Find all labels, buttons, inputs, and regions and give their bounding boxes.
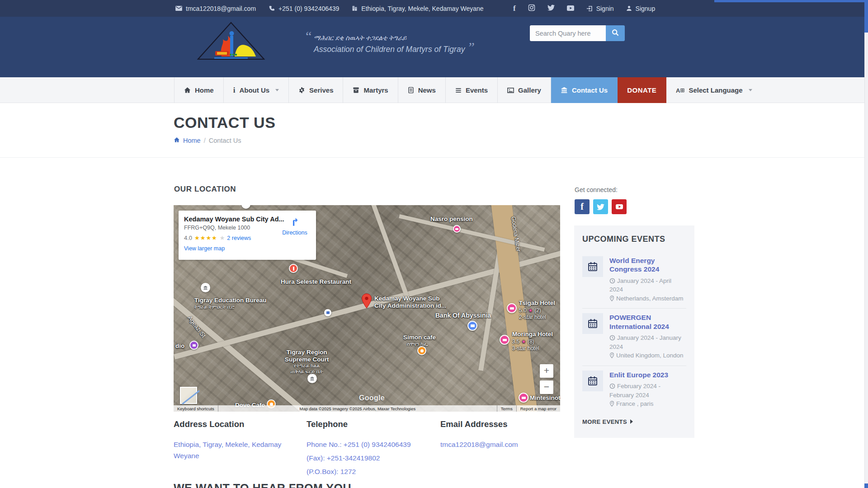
facebook-button[interactable]: f	[575, 199, 590, 214]
topbar-phone[interactable]: +251 (0) 9342406439	[269, 5, 339, 12]
google-logo: Google	[359, 394, 385, 402]
map-zoom-in-button[interactable]: +	[540, 364, 553, 378]
search-button[interactable]	[606, 25, 625, 41]
hotel-poi-icon[interactable]	[500, 335, 509, 345]
scrollbar-bottom[interactable]	[864, 483, 868, 488]
map-label: Tsigab Hotel 5.0 ★ (2) 2-star hotel	[519, 300, 555, 321]
report-error-link[interactable]: Report a map error	[517, 406, 560, 411]
event-location: France , paris	[609, 399, 686, 408]
youtube-button[interactable]	[612, 199, 627, 214]
twitter-icon[interactable]	[547, 5, 555, 13]
breadcrumb-separator: /	[204, 137, 206, 144]
search-icon	[612, 29, 619, 38]
nav-item-home[interactable]: Home	[174, 77, 224, 103]
map-inset-toggle[interactable]	[180, 387, 197, 404]
site-tagline: “ ማሕበር ደቂ ስዉኣት ተጋደልቲ ትግራይ Association of…	[306, 34, 514, 54]
nav-label: Serives	[309, 86, 333, 94]
facebook-icon[interactable]: f	[513, 4, 516, 13]
nav-item-about[interactable]: i About Us	[224, 77, 289, 103]
google-map[interactable]: Nasro pension Godena Mizer Hura Seleste …	[174, 205, 560, 412]
topbar: tmca122018@gmail.com +251 (0) 9342406439…	[0, 0, 868, 17]
scrollbar-thumb[interactable]	[864, 0, 868, 33]
lodging-poi-icon[interactable]	[189, 341, 198, 350]
phone-number[interactable]: Phone No.: +251 (0) 9342406439	[307, 439, 440, 450]
nav-label: Martyrs	[363, 86, 388, 94]
address-text[interactable]: Ethiopia, Tigray, Mekele, Kedamay Weyane	[174, 439, 287, 462]
email-address[interactable]: tmca122018@gmail.com	[440, 439, 694, 450]
government-poi-icon[interactable]	[307, 374, 317, 383]
terms-link[interactable]: Terms	[497, 406, 516, 411]
reviews-link[interactable]: 2 reviews	[227, 235, 251, 241]
nav-item-martyrs[interactable]: Martyrs	[343, 77, 398, 103]
event-item[interactable]: World Energy Congress 2024 January 2024 …	[582, 252, 686, 308]
map-zoom-out-button[interactable]: −	[540, 380, 553, 394]
breadcrumb-home[interactable]: Home	[183, 137, 201, 144]
restaurant-poi-icon[interactable]	[289, 264, 298, 273]
event-location: United Kingdom, London	[609, 351, 686, 360]
address-column: Address Location Ethiopia, Tigray, Mekel…	[174, 419, 307, 479]
map-label: Kedamay Woyane SubCity Addministration i…	[374, 295, 446, 309]
fax-number: (Fax): +251-342419802	[307, 453, 440, 464]
building-icon	[352, 5, 358, 11]
topbar-location-text: Ethiopia, Tigray, Mekele, Kedamay Weyane	[361, 5, 483, 12]
nav-item-serives[interactable]: Serives	[289, 77, 343, 103]
event-title[interactable]: Enlit Europe 2023	[609, 371, 686, 379]
page: tmca122018@gmail.com +251 (0) 9342406439…	[0, 0, 868, 488]
calendar-icon	[582, 371, 603, 391]
email-column: Email Addresses tmca122018@gmail.com	[440, 419, 694, 479]
pension-poi-icon[interactable]	[453, 225, 461, 233]
donate-label: DONATE	[627, 86, 656, 94]
map-label: Moringa Hotel 3.5 ★ (8) 3-star hotel	[512, 331, 553, 352]
directions-button[interactable]: Directions	[278, 216, 311, 236]
star-icon-empty: ★	[220, 235, 225, 241]
event-date: February 2024 - February 2024	[609, 382, 686, 399]
poi-icon[interactable]	[241, 205, 250, 209]
event-date: January 2024 - April 2024	[609, 277, 686, 294]
nav-item-language[interactable]: A Select Language	[666, 77, 761, 103]
site-logo[interactable]	[194, 19, 268, 65]
map-label: dio	[175, 343, 184, 350]
view-larger-map-link[interactable]: View larger map	[184, 245, 311, 252]
cafe-poi-icon[interactable]	[417, 346, 426, 355]
top-progress-strip	[714, 0, 864, 2]
bank-poi-icon[interactable]	[467, 321, 477, 331]
title-band	[0, 103, 868, 158]
instagram-icon[interactable]	[528, 4, 535, 13]
youtube-icon[interactable]	[567, 5, 574, 13]
po-box: (P.O.Box): 1272	[307, 466, 440, 478]
nav-item-events[interactable]: Events	[446, 77, 498, 103]
nav-label: Events	[466, 86, 488, 94]
breadcrumb-home-icon	[174, 137, 180, 144]
government-poi-icon[interactable]	[201, 283, 210, 292]
image-icon	[507, 87, 514, 94]
hotel-poi-icon[interactable]	[519, 393, 528, 403]
nav-label: News	[418, 86, 436, 94]
signin-link[interactable]: Signin	[586, 5, 614, 12]
search-input[interactable]	[530, 25, 606, 41]
topbar-email[interactable]: tmca122018@gmail.com	[175, 5, 256, 12]
nav-item-gallery[interactable]: Gallery	[498, 77, 551, 103]
map-label: Tigray RegionSupreme Court የትግራይ ክልልጠቅላይ…	[285, 349, 329, 374]
event-item[interactable]: POWERGEN International 2024 January 2024…	[582, 309, 686, 365]
map-data-attribution: Map data ©2025 Imagery ©2025 Airbus, Max…	[218, 406, 497, 411]
transit-poi-icon[interactable]	[324, 309, 331, 316]
quote-open: “	[306, 28, 311, 43]
telephone-column: Telephone Phone No.: +251 (0) 9342406439…	[307, 419, 440, 479]
event-title[interactable]: POWERGEN International 2024	[609, 313, 686, 331]
keyboard-shortcuts-link[interactable]: Keyboard shortcuts	[174, 406, 218, 411]
chevron-down-icon	[749, 89, 752, 91]
scrollbar[interactable]	[864, 0, 868, 488]
nav-item-donate[interactable]: DONATE	[618, 77, 666, 103]
nav-item-news[interactable]: News	[398, 77, 446, 103]
event-item[interactable]: Enlit Europe 2023 February 2024 - Februa…	[582, 366, 686, 414]
nav-item-contact[interactable]: Contact Us	[551, 77, 618, 103]
event-title[interactable]: World Energy Congress 2024	[609, 256, 686, 274]
language-label: Select Language	[689, 86, 742, 94]
map-pin-icon[interactable]	[361, 293, 372, 310]
search-bar	[530, 25, 625, 41]
nav-label: Contact Us	[572, 86, 608, 94]
svg-text:A: A	[676, 87, 680, 94]
hotel-poi-icon[interactable]	[507, 303, 517, 313]
twitter-button[interactable]	[593, 199, 608, 214]
signup-link[interactable]: Signup	[626, 5, 656, 12]
